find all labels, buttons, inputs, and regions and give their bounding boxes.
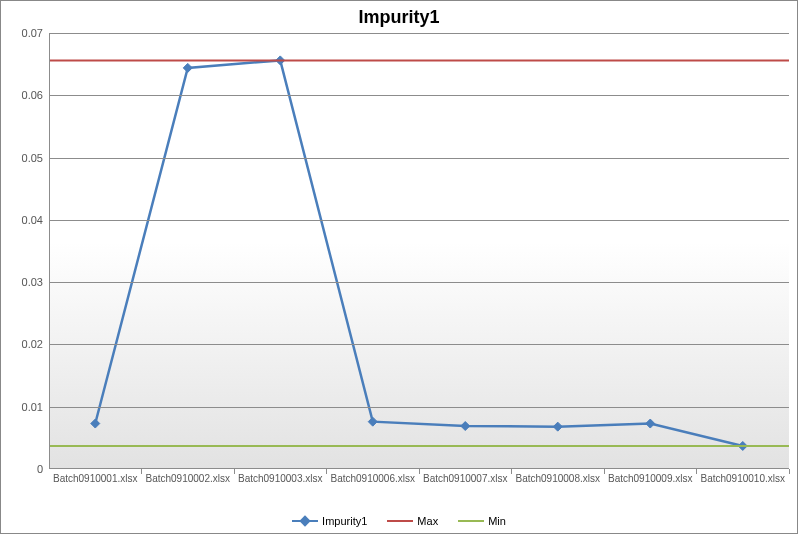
legend-item-min: Min (458, 515, 506, 527)
y-tick-label: 0.05 (3, 152, 43, 164)
series-marker-impurity1 (461, 422, 470, 431)
x-tick-label: Batch0910002.xlsx (142, 473, 234, 484)
x-tick-mark (789, 469, 790, 474)
x-tick-label: Batch0910008.xlsx (512, 473, 604, 484)
legend-label-impurity1: Impurity1 (322, 515, 367, 527)
y-tick-label: 0.03 (3, 276, 43, 288)
y-tick-label: 0.07 (3, 27, 43, 39)
gridline (49, 344, 789, 345)
legend-item-impurity1: Impurity1 (292, 515, 367, 527)
y-tick-label: 0.01 (3, 401, 43, 413)
gridline (49, 282, 789, 283)
series-marker-impurity1 (553, 422, 562, 431)
legend: Impurity1 Max Min (1, 515, 797, 527)
gridline (49, 158, 789, 159)
series-marker-impurity1 (368, 417, 377, 426)
chart-title: Impurity1 (1, 7, 797, 28)
legend-label-max: Max (417, 515, 438, 527)
chart-container: Impurity1 Impurity1 Max Min 00.010.020.0… (0, 0, 798, 534)
y-tick-label: 0.02 (3, 338, 43, 350)
series-marker-impurity1 (646, 419, 655, 428)
x-tick-label: Batch0910006.xlsx (327, 473, 419, 484)
series-marker-impurity1 (183, 63, 192, 72)
plot-area (49, 33, 789, 469)
x-tick-label: Batch0910009.xlsx (604, 473, 696, 484)
gridline (49, 220, 789, 221)
legend-label-min: Min (488, 515, 506, 527)
series-marker-impurity1 (91, 419, 100, 428)
gridline (49, 95, 789, 96)
x-tick-label: Batch0910007.xlsx (419, 473, 511, 484)
legend-swatch-max (387, 515, 413, 527)
chart-series-svg (49, 33, 789, 469)
x-tick-label: Batch0910010.xlsx (697, 473, 789, 484)
legend-item-max: Max (387, 515, 438, 527)
legend-swatch-impurity1 (292, 515, 318, 527)
y-tick-label: 0 (3, 463, 43, 475)
legend-swatch-min (458, 515, 484, 527)
series-line-impurity1 (95, 60, 743, 446)
x-tick-label: Batch0910003.xlsx (234, 473, 326, 484)
y-tick-label: 0.04 (3, 214, 43, 226)
y-tick-label: 0.06 (3, 89, 43, 101)
gridline (49, 407, 789, 408)
gridline (49, 33, 789, 34)
x-tick-label: Batch0910001.xlsx (49, 473, 141, 484)
